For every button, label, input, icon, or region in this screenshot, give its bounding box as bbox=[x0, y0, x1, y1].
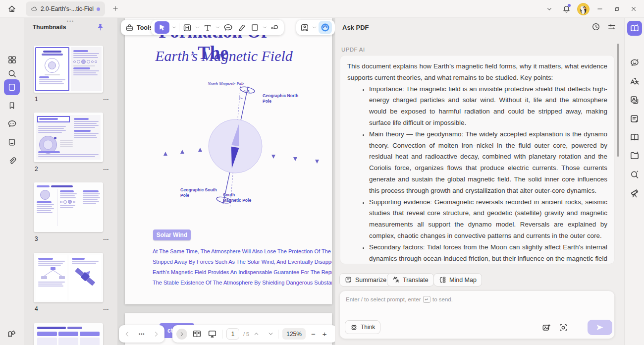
zoom-out-button[interactable]: − bbox=[310, 330, 317, 338]
expand-toolbar-button[interactable] bbox=[176, 329, 187, 340]
send-button[interactable] bbox=[588, 320, 612, 335]
insert-image-icon[interactable] bbox=[542, 323, 551, 332]
screenshot-icon[interactable] bbox=[559, 323, 568, 332]
page-more-menu[interactable]: ••• bbox=[104, 237, 109, 241]
thumbnail-page-5[interactable] bbox=[34, 323, 103, 345]
settings-sliders-icon[interactable] bbox=[607, 22, 616, 31]
text-tool[interactable] bbox=[202, 21, 213, 34]
pin-panel-button[interactable] bbox=[96, 23, 105, 31]
zoom-in-button[interactable]: + bbox=[321, 330, 328, 338]
square-icon bbox=[251, 23, 259, 32]
page-more-menu[interactable]: ••• bbox=[104, 167, 109, 172]
ai-translate-button[interactable] bbox=[627, 74, 642, 89]
history-icon[interactable] bbox=[591, 22, 600, 31]
page-number-input[interactable] bbox=[226, 328, 239, 340]
forward-button[interactable] bbox=[153, 331, 160, 338]
think-toggle[interactable]: Think bbox=[345, 320, 380, 334]
thumbnail-row-meta: 3 ••• bbox=[35, 235, 109, 242]
mind-map-icon bbox=[439, 276, 446, 284]
document-tab[interactable]: 2.0-Earth's-...tic-Field(1) bbox=[26, 1, 105, 16]
highlighter-tool[interactable] bbox=[236, 21, 247, 34]
comment-tool[interactable] bbox=[222, 21, 234, 34]
thumbnail-row-meta: 4 ••• bbox=[35, 305, 109, 312]
presentation-button[interactable] bbox=[207, 328, 218, 340]
back-button[interactable] bbox=[124, 331, 131, 338]
placeholder-suffix: to send. bbox=[432, 296, 453, 302]
thumbnail-preview bbox=[71, 47, 102, 91]
ai-files-button[interactable] bbox=[627, 148, 642, 163]
ai-bullet: Supporting evidence: Geomagnetic reversa… bbox=[369, 197, 607, 242]
select-tool-button[interactable] bbox=[155, 21, 169, 34]
notifications-button[interactable] bbox=[559, 1, 574, 16]
ai-summarize-button[interactable] bbox=[627, 112, 642, 126]
updf-app-window: 2.0-Earth's-...tic-Field(1) bbox=[0, 0, 644, 345]
prompt-input-card[interactable]: Enter / to select prompt, enter ↵ to sen… bbox=[339, 290, 615, 339]
sidebar-item-bookmarks[interactable] bbox=[4, 98, 20, 114]
translate-chip[interactable]: Translate bbox=[387, 273, 434, 287]
reader-mode-button[interactable] bbox=[627, 130, 642, 145]
label-south-magnetic-pole: South Magnetic Pole bbox=[223, 192, 252, 203]
explore-button[interactable] bbox=[627, 185, 642, 200]
translate-icon bbox=[392, 276, 400, 284]
cursor-icon bbox=[159, 24, 166, 31]
measure-icon bbox=[270, 23, 279, 32]
save-dropdown[interactable] bbox=[312, 25, 317, 30]
sidebar-item-attachments-doc[interactable] bbox=[4, 134, 20, 150]
text-tool-dropdown[interactable] bbox=[215, 25, 220, 30]
summarize-chip[interactable]: Summarize bbox=[339, 273, 392, 287]
page-more-menu[interactable]: ••• bbox=[104, 307, 109, 311]
toolbox-icon bbox=[125, 23, 134, 32]
thumbnail-page-1[interactable] bbox=[34, 46, 103, 93]
sidebar-item-signature[interactable] bbox=[4, 326, 20, 342]
minimize-button[interactable] bbox=[592, 1, 607, 16]
close-button[interactable] bbox=[626, 1, 641, 16]
page-more-menu[interactable]: ••• bbox=[104, 97, 109, 102]
two-page-view-button[interactable] bbox=[191, 328, 203, 340]
next-page-button[interactable] bbox=[268, 331, 274, 337]
thumbnail-page-3[interactable] bbox=[34, 182, 103, 232]
new-tab-button[interactable] bbox=[109, 2, 122, 15]
home-button[interactable] bbox=[5, 2, 19, 16]
thumbnail-preview bbox=[37, 185, 100, 229]
ai-bullet: Main theory — the geodynamo: The widely … bbox=[369, 129, 607, 197]
mind-map-chip[interactable]: Mind Map bbox=[433, 273, 482, 287]
sidebar-item-comments[interactable] bbox=[4, 115, 20, 131]
thumbnail-preview bbox=[36, 255, 67, 300]
shape-tool[interactable] bbox=[250, 21, 260, 34]
account-button[interactable] bbox=[576, 1, 590, 16]
edit-heading-tool[interactable] bbox=[182, 21, 193, 34]
edit-tool-dropdown[interactable] bbox=[195, 25, 200, 30]
search-icon bbox=[7, 69, 17, 78]
ask-pdf-mode-button[interactable] bbox=[627, 21, 642, 36]
ai-search-button[interactable] bbox=[627, 167, 642, 182]
document-viewport[interactable]: Formation Of The Earth’s Magnetic Field bbox=[118, 18, 335, 345]
divider bbox=[179, 23, 179, 32]
tools-button[interactable]: Tools bbox=[137, 24, 153, 31]
thumbnail-page-4[interactable] bbox=[34, 253, 103, 302]
page-number-label: 1 bbox=[35, 96, 38, 103]
translate-label: Translate bbox=[403, 277, 429, 284]
page-total-label: / 5 bbox=[243, 331, 249, 337]
history-more-menu[interactable]: ••• bbox=[139, 332, 145, 337]
maximize-button[interactable] bbox=[609, 1, 624, 16]
collapse-toolbar-button[interactable] bbox=[542, 1, 557, 16]
shape-tool-dropdown[interactable] bbox=[263, 25, 267, 30]
book-view-icon bbox=[192, 329, 202, 339]
save-tool[interactable] bbox=[299, 21, 310, 34]
translate-page-button[interactable] bbox=[627, 93, 642, 108]
telescope-icon bbox=[630, 188, 640, 198]
thumbnail-page-2[interactable] bbox=[34, 113, 103, 162]
panel-scrollbar[interactable] bbox=[617, 44, 619, 157]
measure-tool[interactable] bbox=[269, 21, 280, 34]
ai-summarize-icon bbox=[630, 114, 640, 124]
sidebar-item-attachments[interactable] bbox=[4, 153, 20, 169]
ai-chat-button[interactable] bbox=[627, 56, 642, 70]
body-text-line: The Stable Existence Of The Atmosphere B… bbox=[153, 280, 332, 286]
updf-ai-button[interactable] bbox=[319, 21, 332, 34]
select-tool-dropdown[interactable] bbox=[172, 25, 176, 30]
zoom-level[interactable]: 125% bbox=[282, 328, 306, 340]
previous-page-button[interactable] bbox=[253, 331, 260, 337]
sidebar-item-thumbnails[interactable] bbox=[4, 79, 20, 95]
paperclip-icon bbox=[7, 156, 17, 166]
send-icon bbox=[596, 324, 604, 331]
